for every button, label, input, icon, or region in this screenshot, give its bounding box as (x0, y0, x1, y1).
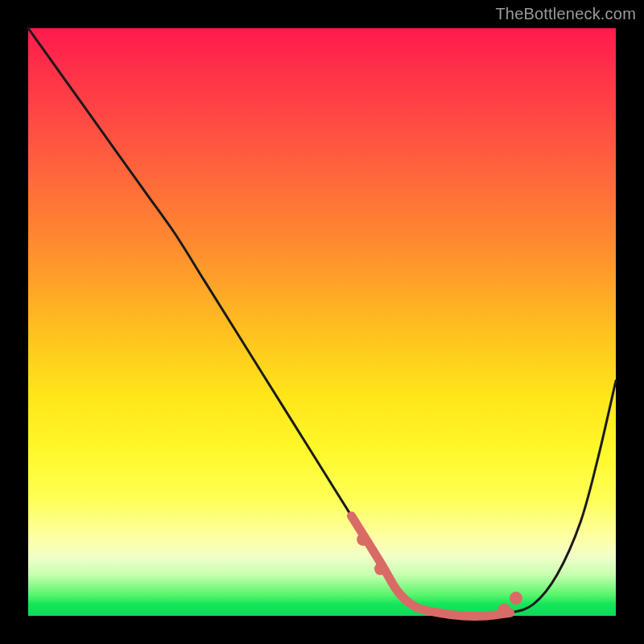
plot-area (28, 28, 616, 616)
highlight-dot (357, 533, 369, 546)
highlight-dot (497, 604, 510, 617)
highlight-dot (374, 563, 387, 576)
bottleneck-curve-path (28, 28, 616, 616)
bottleneck-curve-svg (28, 28, 616, 616)
chart-frame: TheBottleneck.com (0, 0, 644, 644)
watermark-text: TheBottleneck.com (495, 5, 636, 23)
bottleneck-highlight-dots (357, 533, 522, 617)
highlight-dot (510, 592, 522, 605)
